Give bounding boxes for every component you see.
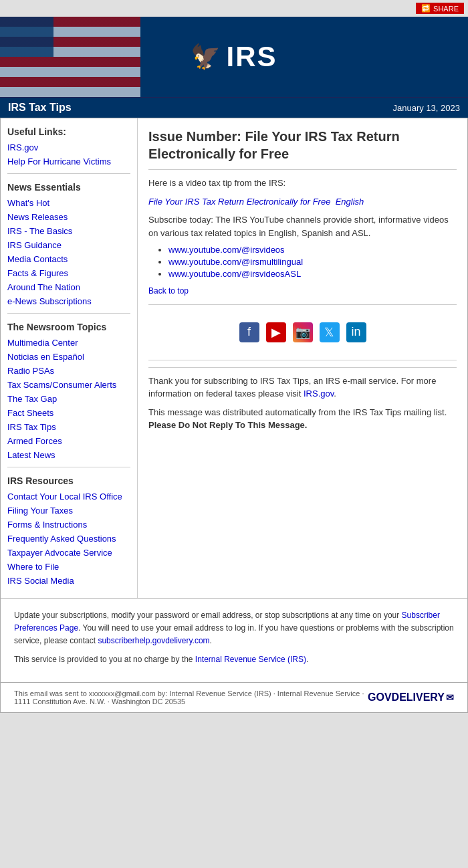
social-links-row: f ▶ 📷 𝕏 in bbox=[148, 312, 457, 353]
youtube-links-list: www.youtube.com/@irsvideos www.youtube.c… bbox=[168, 245, 457, 279]
sidebar-link-taxscams[interactable]: Tax Scams/Consumer Alerts bbox=[7, 380, 130, 390]
subscription-text3: . bbox=[210, 636, 212, 645]
sidebar-link-irsgov[interactable]: IRS.gov bbox=[7, 142, 130, 152]
distributed-text: This message was distributed automatical… bbox=[148, 407, 447, 417]
sidebar-link-filingtaxes[interactable]: Filing Your Taxes bbox=[7, 506, 130, 516]
sidebar-link-forms[interactable]: Forms & Instructions bbox=[7, 520, 130, 530]
subscriberhelp-link[interactable]: subscriberhelp.govdelivery.com bbox=[98, 636, 209, 645]
file-link-paragraph: File Your IRS Tax Return Electronically … bbox=[148, 195, 457, 209]
intro-paragraph: Here is a video tax tip from the IRS: bbox=[148, 177, 457, 190]
irs-footer-link[interactable]: Internal Revenue Service (IRS) bbox=[195, 655, 306, 664]
list-item: www.youtube.com/@irsmultilingual bbox=[168, 257, 457, 267]
useful-links-heading: Useful Links: bbox=[7, 126, 130, 137]
thankyou-text: Thank you for subscribing to IRS Tax Tip… bbox=[148, 376, 436, 399]
main-content: Issue Number: File Your IRS Tax Return E… bbox=[138, 118, 467, 598]
share-icon: 🔁 bbox=[421, 4, 431, 13]
content-divider-1 bbox=[148, 169, 457, 170]
sidebar-link-latestnews[interactable]: Latest News bbox=[7, 450, 130, 460]
irs-wordmark: IRS bbox=[226, 41, 277, 73]
thankyou-paragraph: Thank you for subscribing to IRS Tax Tip… bbox=[148, 374, 457, 401]
list-item: www.youtube.com/@irsvideos bbox=[168, 245, 457, 255]
share-bar: 🔁 SHARE bbox=[0, 0, 468, 17]
sidebar-link-multimedia[interactable]: Multimedia Center bbox=[7, 338, 130, 348]
resources-heading: IRS Resources bbox=[7, 475, 130, 486]
service-text2: . bbox=[306, 655, 308, 664]
do-not-reply-text: Please Do Not Reply To This Message. bbox=[148, 420, 307, 430]
youtube-icon[interactable]: ▶ bbox=[266, 322, 286, 342]
sidebar-link-wheretofile[interactable]: Where to File bbox=[7, 562, 130, 572]
subscription-text1: Update your subscriptions, modify your p… bbox=[14, 611, 402, 620]
header-banner: 🦅 IRS bbox=[0, 17, 468, 97]
issue-date: January 13, 2023 bbox=[393, 103, 460, 113]
title-bar: IRS Tax Tips January 13, 2023 bbox=[0, 97, 468, 118]
eagle-icon: 🦅 bbox=[191, 43, 221, 71]
govdelivery-logo: GOVDELIVERY ✉ bbox=[368, 691, 454, 703]
envelope-icon: ✉ bbox=[446, 692, 454, 703]
sidebar-link-enews[interactable]: e-News Subscriptions bbox=[7, 296, 130, 306]
share-button[interactable]: 🔁 SHARE bbox=[416, 3, 464, 14]
sidebar-link-taxpayeradvocate[interactable]: Taxpayer Advocate Service bbox=[7, 548, 130, 558]
sidebar-link-hurricane[interactable]: Help For Hurricane Victims bbox=[7, 156, 130, 167]
sidebar-link-radiopsa[interactable]: Radio PSAs bbox=[7, 366, 130, 376]
sidebar-link-around[interactable]: Around The Nation bbox=[7, 282, 130, 292]
sidebar-link-taxgap[interactable]: The Tax Gap bbox=[7, 394, 130, 404]
file-link-text: File Your IRS Tax Return Electronically … bbox=[148, 197, 364, 207]
sidebar-link-socialmedia[interactable]: IRS Social Media bbox=[7, 576, 130, 586]
content-divider-3 bbox=[148, 360, 457, 360]
sidebar-link-whatshot[interactable]: What's Hot bbox=[7, 198, 130, 208]
sidebar: Useful Links: IRS.gov Help For Hurricane… bbox=[1, 118, 138, 598]
irs-logo: 🦅 IRS bbox=[191, 41, 277, 73]
flag-blue bbox=[0, 17, 53, 57]
back-to-top-link[interactable]: Back to top bbox=[148, 286, 189, 296]
service-para: This service is provided to you at no ch… bbox=[14, 653, 454, 666]
do-not-reply-paragraph: This message was distributed automatical… bbox=[148, 406, 457, 432]
sidebar-link-armedforces[interactable]: Armed Forces bbox=[7, 436, 130, 446]
govdelivery-wordmark: GOVDELIVERY bbox=[368, 691, 445, 703]
bottom-footer: This email was sent to xxxxxxx@gmail.com… bbox=[0, 683, 468, 713]
subscribe-paragraph: Subscribe today: The IRS YouTube channel… bbox=[148, 213, 457, 239]
footer-subscription: Update your subscriptions, modify your p… bbox=[0, 599, 468, 683]
news-essentials-heading: News Essentials bbox=[7, 182, 130, 193]
twitter-icon[interactable]: 𝕏 bbox=[320, 322, 340, 342]
site-title: IRS Tax Tips bbox=[8, 102, 72, 114]
main-wrapper: Useful Links: IRS.gov Help For Hurricane… bbox=[0, 118, 468, 599]
content-divider-2 bbox=[148, 304, 457, 305]
subscription-para: Update your subscriptions, modify your p… bbox=[14, 609, 454, 648]
youtube-link-2[interactable]: www.youtube.com/@irsmultilingual bbox=[168, 257, 303, 267]
newsroom-heading: The Newsroom Topics bbox=[7, 322, 130, 332]
sidebar-link-factsheets[interactable]: Fact Sheets bbox=[7, 408, 130, 418]
youtube-link-1[interactable]: www.youtube.com/@irsvideos bbox=[168, 245, 285, 255]
subscription-text2: . You will need to use your email addres… bbox=[14, 623, 454, 645]
service-text1: This service is provided to you at no ch… bbox=[14, 655, 195, 664]
sidebar-link-localoffice[interactable]: Contact Your Local IRS Office bbox=[7, 492, 130, 502]
english-link[interactable]: English bbox=[336, 197, 364, 207]
sidebar-link-newsreleases[interactable]: News Releases bbox=[7, 212, 130, 222]
sidebar-link-facts[interactable]: Facts & Figures bbox=[7, 268, 130, 278]
youtube-link-3[interactable]: www.youtube.com/@irsvideosASL bbox=[168, 269, 301, 279]
facebook-icon[interactable]: f bbox=[239, 322, 259, 342]
bottom-footer-text: This email was sent to xxxxxxx@gmail.com… bbox=[14, 689, 368, 706]
sidebar-link-espanol[interactable]: Noticias en Español bbox=[7, 352, 130, 362]
sidebar-link-basics[interactable]: IRS - The Basics bbox=[7, 226, 130, 236]
sidebar-divider-2 bbox=[7, 313, 130, 314]
sidebar-link-faq[interactable]: Frequently Asked Questions bbox=[7, 534, 130, 544]
share-label: SHARE bbox=[433, 5, 459, 13]
file-electronically-link[interactable]: File Your IRS Tax Return Electronically … bbox=[148, 197, 330, 207]
sidebar-divider-3 bbox=[7, 467, 130, 467]
sidebar-divider-1 bbox=[7, 173, 130, 174]
sidebar-link-irstaxtips[interactable]: IRS Tax Tips bbox=[7, 422, 130, 432]
instagram-icon[interactable]: 📷 bbox=[293, 322, 313, 342]
sidebar-link-guidance[interactable]: IRS Guidance bbox=[7, 240, 130, 250]
thankyou-section: Thank you for subscribing to IRS Tax Tip… bbox=[148, 367, 457, 432]
irsgov-link[interactable]: IRS.gov bbox=[304, 389, 334, 399]
content-area: Useful Links: IRS.gov Help For Hurricane… bbox=[1, 118, 467, 598]
list-item: www.youtube.com/@irsvideosASL bbox=[168, 269, 457, 279]
linkedin-icon[interactable]: in bbox=[346, 322, 366, 342]
sidebar-link-media[interactable]: Media Contacts bbox=[7, 254, 130, 264]
article-heading: Issue Number: File Your IRS Tax Return E… bbox=[148, 128, 457, 162]
